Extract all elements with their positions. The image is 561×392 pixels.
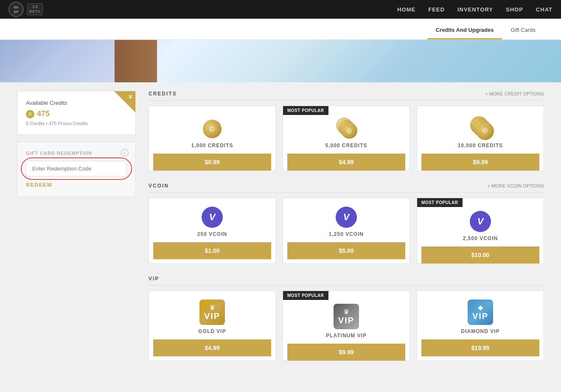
subnav: Credits And Upgrades Gift Cards — [0, 19, 561, 40]
card-diamond-vip: ◆ VIP DIAMOND VIP $19.99 — [417, 291, 544, 361]
nav-inventory[interactable]: INVENTORY — [457, 6, 493, 13]
buy-platinum-vip-button[interactable]: $9.99 — [287, 344, 405, 361]
nav-chat[interactable]: CHAT — [536, 6, 553, 13]
credits-section-title: CREDITS — [149, 91, 177, 97]
credits-section-header: CREDITS + MORE CREDIT OPTIONS — [149, 91, 544, 101]
diamond-vip-icon: ◆ VIP — [468, 300, 493, 325]
vcoin-section-header: VCOIN + MORE VCOIN OPTIONS — [149, 183, 544, 193]
buy-10000-credits-button[interactable]: $9.99 — [421, 154, 539, 171]
main-content: ♛ Available Credits © 475 0 Credits • 47… — [0, 82, 561, 381]
card-label-2500vcoin: 2,500 VCOIN — [463, 235, 498, 241]
vcoin-icon-1250: V — [336, 207, 357, 228]
credits-box: ♛ Available Credits © 475 0 Credits • 47… — [17, 91, 136, 135]
logo-area: imyo 2.0BETA — [8, 2, 43, 17]
vcoin-icon-2500: V — [470, 211, 491, 232]
platinum-vip-icon: ♛ VIP — [334, 304, 359, 329]
single-coin: © — [203, 120, 222, 138]
vip-section-title: VIP — [149, 276, 159, 282]
redemption-label: GIFT CARD REDEMPTION — [26, 151, 127, 156]
beta-badge: 2.0BETA — [27, 3, 43, 15]
vip-section-header: VIP — [149, 276, 544, 286]
credits-detail: 0 Credits • 475 Promo Credits — [26, 121, 127, 126]
credits-section: CREDITS + MORE CREDIT OPTIONS © 1,000 CR… — [149, 91, 544, 171]
vcoin-icon-250: V — [202, 207, 223, 228]
nav-home[interactable]: HOME — [397, 6, 415, 13]
credits-more-options[interactable]: + MORE CREDIT OPTIONS — [485, 91, 544, 96]
gold-vip-icon: ♛ VIP — [199, 300, 225, 325]
info-icon[interactable]: i — [121, 149, 129, 157]
card-5000-credits: MOST POPULAR © © © 5,000 CREDITS $4.99 — [283, 106, 410, 171]
card-platinum-vip: MOST POPULAR ♛ VIP PLATINUM VIP $9.99 — [283, 291, 410, 361]
tab-gift-cards[interactable]: Gift Cards — [502, 22, 544, 39]
buy-diamond-vip-button[interactable]: $19.99 — [421, 339, 539, 356]
card-label-1000: 1,000 CREDITS — [191, 143, 233, 148]
right-panel: CREDITS + MORE CREDIT OPTIONS © 1,000 CR… — [149, 91, 544, 373]
navbar: imyo 2.0BETA HOME FEED INVENTORY SHOP CH… — [0, 0, 561, 19]
credits-title: Available Credits — [26, 100, 127, 106]
logo-text: imyo — [14, 5, 19, 14]
coin-icon-10000: © © © — [470, 119, 491, 139]
credits-amount: © 475 — [26, 109, 127, 118]
vip-section: VIP ♛ VIP GOLD VIP $4.99 — [149, 276, 544, 361]
redemption-box: GIFT CARD REDEMPTION i REDEEM — [17, 142, 136, 197]
buy-gold-vip-button[interactable]: $4.99 — [153, 339, 271, 356]
card-label-250vcoin: 250 VCOIN — [197, 231, 227, 237]
nav-shop[interactable]: SHOP — [506, 6, 523, 13]
card-1250-vcoin: V 1,250 VCOIN $5.00 — [283, 198, 410, 264]
card-label-diamond-vip: DIAMOND VIP — [461, 328, 499, 334]
subnav-tabs: Credits And Upgrades Gift Cards — [427, 22, 544, 39]
vcoin-section: VCOIN + MORE VCOIN OPTIONS V 250 VCOIN $… — [149, 183, 544, 264]
card-label-10000: 10,000 CREDITS — [458, 143, 503, 148]
logo-icon: imyo — [8, 2, 24, 17]
card-10000-credits: © © © 10,000 CREDITS $9.99 — [417, 106, 544, 171]
vip-crown-icon: ♛ — [128, 94, 133, 100]
credits-cards-row: © 1,000 CREDITS $0.99 MOST POPULAR © © © — [149, 106, 544, 171]
nav-links: HOME FEED INVENTORY SHOP CHAT — [397, 6, 553, 13]
buy-250-vcoin-button[interactable]: $1.00 — [153, 242, 271, 259]
card-250-vcoin: V 250 VCOIN $1.00 — [149, 198, 276, 264]
card-label-platinum-vip: PLATINUM VIP — [326, 333, 367, 339]
card-2500-vcoin: MOST POPULAR V 2,500 VCOIN $10.00 — [417, 198, 544, 264]
buy-1250-vcoin-button[interactable]: $5.00 — [287, 242, 405, 259]
vip-cards-row: ♛ VIP GOLD VIP $4.99 MOST POPULAR ♛ VIP — [149, 291, 544, 361]
vcoin-more-options[interactable]: + MORE VCOIN OPTIONS — [488, 183, 544, 188]
card-label-1250vcoin: 1,250 VCOIN — [329, 231, 364, 237]
card-label-gold-vip: GOLD VIP — [198, 328, 226, 334]
redemption-code-input[interactable] — [26, 161, 127, 176]
card-label-5000: 5,000 CREDITS — [325, 143, 367, 148]
redemption-input-wrap — [26, 161, 127, 176]
coin-icon-1000: © — [202, 119, 222, 139]
buy-1000-credits-button[interactable]: $0.99 — [153, 154, 271, 171]
nav-feed[interactable]: FEED — [428, 6, 445, 13]
redeem-button[interactable]: REDEEM — [26, 182, 52, 188]
credits-number: 475 — [37, 109, 50, 118]
card-gold-vip: ♛ VIP GOLD VIP $4.99 — [149, 291, 276, 361]
most-popular-badge-credits: MOST POPULAR — [283, 106, 328, 115]
vcoin-cards-row: V 250 VCOIN $1.00 V 1,250 VCOIN $5.00 MO… — [149, 198, 544, 264]
buy-2500-vcoin-button[interactable]: $10.00 — [421, 246, 539, 263]
card-1000-credits: © 1,000 CREDITS $0.99 — [149, 106, 276, 171]
coin-icon-5000: © © © — [336, 119, 356, 139]
tab-credits-upgrades[interactable]: Credits And Upgrades — [427, 22, 502, 39]
left-panel: ♛ Available Credits © 475 0 Credits • 47… — [17, 91, 136, 373]
most-popular-badge-vcoin: MOST POPULAR — [417, 198, 463, 207]
vcoin-section-title: VCOIN — [149, 183, 169, 189]
buy-5000-credits-button[interactable]: $4.99 — [287, 154, 405, 171]
credits-coin-icon: © — [26, 110, 34, 118]
hero-banner — [0, 40, 561, 82]
most-popular-badge-vip: MOST POPULAR — [283, 291, 328, 300]
